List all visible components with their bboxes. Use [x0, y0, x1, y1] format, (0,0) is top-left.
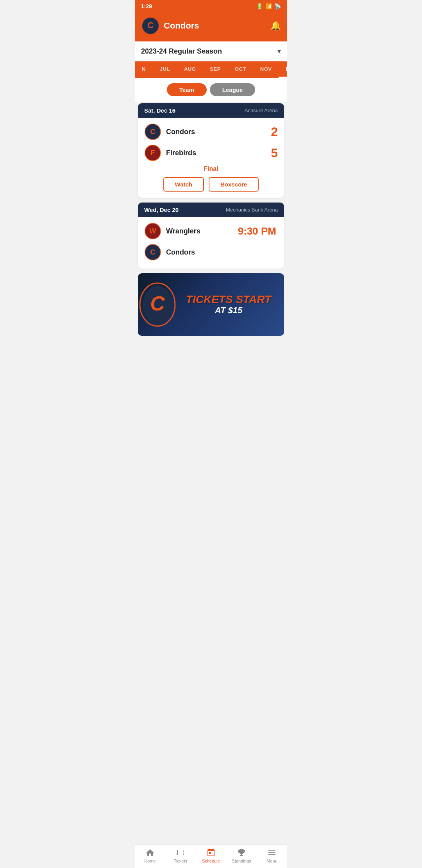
season-selector[interactable]: 2023-24 Regular Season ▾	[135, 41, 287, 61]
game-body-1: C Condors 2 F Firebirds 5 Final	[138, 118, 284, 198]
game-card-header-1: Sat, Dec 16 Acrisure Arena	[138, 103, 284, 118]
month-tab-jul[interactable]: JUL	[153, 61, 177, 78]
header-left: C Condors	[141, 16, 199, 35]
game-date-2: Wed, Dec 20	[144, 206, 179, 213]
month-tab-aug[interactable]: AUG	[177, 61, 203, 78]
season-label: 2023-24 Regular Season	[141, 47, 222, 56]
ticket-banner-text: TICKETS START AT $15	[177, 294, 284, 316]
svg-text:C: C	[150, 128, 156, 136]
notification-bell-icon[interactable]: 🔔	[270, 21, 281, 31]
home-team-name-2: Condors	[166, 248, 195, 256]
game-venue-1: Acrisure Arena	[245, 108, 278, 113]
svg-text:C: C	[150, 248, 156, 256]
month-tab-nov[interactable]: NOV	[253, 61, 279, 78]
away-team-name-2: Wranglers	[166, 227, 200, 235]
away-team-score-1: 5	[271, 146, 278, 160]
watch-button[interactable]: Watch	[163, 177, 204, 192]
condors-logo-game1: C	[144, 123, 161, 140]
month-tab-n[interactable]: N	[135, 61, 153, 78]
month-tab-dec[interactable]: DEC	[279, 61, 287, 78]
home-team-name-1: Condors	[166, 128, 195, 136]
wifi-icon: 📶	[265, 3, 272, 9]
away-team-left-2: W Wranglers	[144, 222, 200, 240]
svg-text:C: C	[150, 292, 165, 315]
home-team-row-1: C Condors 2	[144, 123, 278, 140]
game-status-1: Final	[144, 165, 278, 172]
home-team-score-1: 2	[271, 125, 278, 139]
signal-icon: 📡	[274, 3, 281, 9]
condors-banner-logo: C	[138, 281, 177, 328]
game-venue-2: Mechanics Bank Arena	[226, 207, 278, 213]
month-tab-oct[interactable]: OCT	[228, 61, 253, 78]
condors-logo-game2: C	[144, 244, 161, 261]
status-time: 1:29	[141, 3, 152, 9]
firebirds-logo-game1: F	[144, 144, 161, 161]
month-tabs: N JUL AUG SEP OCT NOV DEC	[135, 61, 287, 78]
game-date-1: Sat, Dec 16	[144, 107, 175, 114]
away-team-name-1: Firebirds	[166, 149, 196, 157]
battery-icon: 🔋	[256, 3, 263, 9]
home-team-left-2: C Condors	[144, 244, 195, 261]
game-card-1: Sat, Dec 16 Acrisure Arena C Condors 2	[138, 103, 284, 198]
team-toggle-button[interactable]: Team	[167, 83, 207, 96]
svg-text:W: W	[150, 227, 156, 235]
ticket-sub-text: AT $15	[177, 305, 280, 316]
main-content: Sat, Dec 16 Acrisure Arena C Condors 2	[135, 102, 287, 369]
app-header: C Condors 🔔	[135, 13, 287, 41]
away-team-left-1: F Firebirds	[144, 144, 196, 161]
away-team-row-2: W Wranglers 9:30 PM	[144, 222, 278, 240]
boxscore-button[interactable]: Boxscore	[209, 177, 259, 192]
svg-text:C: C	[147, 20, 154, 30]
svg-text:F: F	[151, 149, 155, 157]
toggle-row: Team League	[135, 78, 287, 102]
wranglers-logo-game2: W	[144, 222, 161, 240]
game-card-2: Wed, Dec 20 Mechanics Bank Arena W Wrang…	[138, 203, 284, 269]
home-team-row-2: C Condors	[144, 244, 278, 261]
away-team-row-1: F Firebirds 5	[144, 144, 278, 161]
chevron-down-icon: ▾	[277, 47, 281, 56]
ticket-banner[interactable]: C TICKETS START AT $15	[138, 273, 284, 336]
status-icons: 🔋 📶 📡	[256, 3, 281, 9]
league-toggle-button[interactable]: League	[210, 83, 256, 96]
month-tab-sep[interactable]: SEP	[203, 61, 228, 78]
game-card-header-2: Wed, Dec 20 Mechanics Bank Arena	[138, 203, 284, 217]
ticket-main-text: TICKETS START	[177, 294, 280, 306]
home-team-left-1: C Condors	[144, 123, 195, 140]
app-title: Condors	[164, 21, 199, 31]
condors-logo-header: C	[141, 16, 160, 35]
game-body-2: W Wranglers 9:30 PM C Condors	[138, 217, 284, 269]
status-bar: 1:29 🔋 📶 📡	[135, 0, 287, 13]
game-time-2: 9:30 PM	[238, 225, 278, 237]
game-actions-1: Watch Boxscore	[144, 177, 278, 192]
